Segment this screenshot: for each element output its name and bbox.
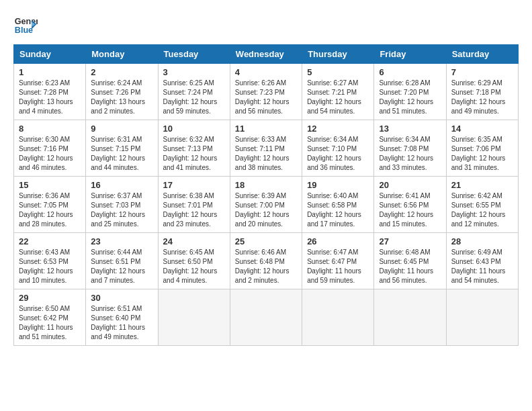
day-info: Sunrise: 6:32 AM Sunset: 7:13 PM Dayligh…: [163, 135, 225, 173]
calendar-day-cell: 11 Sunrise: 6:33 AM Sunset: 7:11 PM Dayl…: [230, 120, 302, 177]
sunrise: Sunrise: 6:43 AM: [19, 248, 70, 256]
daylight: Daylight: 12 hours and 23 minutes.: [163, 211, 218, 228]
sunrise: Sunrise: 6:31 AM: [91, 136, 142, 143]
daylight: Daylight: 11 hours and 49 minutes.: [91, 324, 145, 340]
day-number: 6: [379, 67, 441, 77]
daylight: Daylight: 12 hours and 31 minutes.: [451, 154, 506, 171]
sunset: Sunset: 7:08 PM: [379, 145, 429, 152]
sunset: Sunset: 7:21 PM: [307, 89, 357, 96]
calendar-day-cell: [158, 289, 230, 346]
day-number: 4: [235, 67, 297, 77]
sunset: Sunset: 7:01 PM: [163, 201, 213, 209]
sunrise: Sunrise: 6:30 AM: [19, 136, 70, 143]
day-info: Sunrise: 6:51 AM Sunset: 6:40 PM Dayligh…: [91, 304, 152, 342]
day-number: 21: [451, 180, 513, 190]
daylight: Daylight: 12 hours and 7 minutes.: [91, 267, 145, 284]
sunrise: Sunrise: 6:27 AM: [307, 79, 358, 87]
sunset: Sunset: 6:50 PM: [163, 258, 213, 265]
sunset: Sunset: 6:58 PM: [307, 201, 357, 209]
calendar-day-cell: 13 Sunrise: 6:34 AM Sunset: 7:08 PM Dayl…: [374, 120, 446, 177]
calendar-day-cell: 30 Sunrise: 6:51 AM Sunset: 6:40 PM Dayl…: [86, 289, 158, 346]
daylight: Daylight: 12 hours and 59 minutes.: [163, 98, 218, 115]
sunset: Sunset: 6:45 PM: [379, 258, 429, 265]
sunset: Sunset: 7:16 PM: [19, 145, 69, 152]
sunrise: Sunrise: 6:28 AM: [379, 79, 430, 87]
sunset: Sunset: 7:28 PM: [19, 89, 69, 96]
day-number: 20: [379, 180, 441, 190]
sunset: Sunset: 7:20 PM: [379, 89, 429, 96]
calendar-header-row: SundayMondayTuesdayWednesdayThursdayFrid…: [14, 45, 519, 64]
sunrise: Sunrise: 6:23 AM: [19, 79, 70, 87]
day-number: 28: [451, 236, 513, 246]
sunrise: Sunrise: 6:44 AM: [91, 248, 142, 256]
calendar-day-cell: 25 Sunrise: 6:46 AM Sunset: 6:48 PM Dayl…: [230, 233, 302, 289]
sunrise: Sunrise: 6:47 AM: [307, 248, 358, 256]
sunset: Sunset: 7:15 PM: [91, 145, 140, 152]
calendar-day-cell: 29 Sunrise: 6:50 AM Sunset: 6:42 PM Dayl…: [14, 289, 86, 346]
daylight: Daylight: 11 hours and 59 minutes.: [307, 267, 361, 284]
daylight: Daylight: 13 hours and 4 minutes.: [19, 98, 73, 115]
calendar-week-row: 15 Sunrise: 6:36 AM Sunset: 7:05 PM Dayl…: [14, 177, 519, 233]
sunrise: Sunrise: 6:40 AM: [307, 192, 358, 199]
weekday-header: Friday: [374, 45, 446, 64]
weekday-header: Thursday: [302, 45, 374, 64]
calendar-day-cell: 16 Sunrise: 6:37 AM Sunset: 7:03 PM Dayl…: [86, 177, 158, 233]
calendar-day-cell: [230, 289, 302, 346]
sunrise: Sunrise: 6:25 AM: [163, 79, 214, 87]
sunrise: Sunrise: 6:38 AM: [163, 192, 214, 199]
calendar-day-cell: 19 Sunrise: 6:40 AM Sunset: 6:58 PM Dayl…: [302, 177, 374, 233]
day-number: 9: [91, 124, 152, 134]
sunset: Sunset: 7:11 PM: [235, 145, 285, 152]
calendar-day-cell: 12 Sunrise: 6:34 AM Sunset: 7:10 PM Dayl…: [302, 120, 374, 177]
day-number: 15: [19, 180, 81, 190]
day-info: Sunrise: 6:25 AM Sunset: 7:24 PM Dayligh…: [163, 79, 225, 116]
day-info: Sunrise: 6:28 AM Sunset: 7:20 PM Dayligh…: [379, 79, 441, 116]
sunset: Sunset: 7:24 PM: [163, 89, 213, 96]
sunset: Sunset: 7:03 PM: [91, 201, 140, 209]
calendar-week-row: 29 Sunrise: 6:50 AM Sunset: 6:42 PM Dayl…: [14, 289, 519, 346]
day-info: Sunrise: 6:37 AM Sunset: 7:03 PM Dayligh…: [91, 191, 152, 229]
sunrise: Sunrise: 6:37 AM: [91, 192, 142, 199]
day-number: 14: [451, 124, 513, 134]
sunrise: Sunrise: 6:48 AM: [379, 248, 430, 256]
day-info: Sunrise: 6:45 AM Sunset: 6:50 PM Dayligh…: [163, 248, 225, 285]
sunrise: Sunrise: 6:35 AM: [451, 136, 502, 143]
calendar-day-cell: 24 Sunrise: 6:45 AM Sunset: 6:50 PM Dayl…: [158, 233, 230, 289]
weekday-header: Wednesday: [230, 45, 302, 64]
daylight: Daylight: 12 hours and 10 minutes.: [19, 267, 73, 284]
day-number: 12: [307, 124, 369, 134]
daylight: Daylight: 12 hours and 36 minutes.: [307, 154, 361, 171]
sunrise: Sunrise: 6:39 AM: [235, 192, 286, 199]
daylight: Daylight: 12 hours and 33 minutes.: [379, 154, 433, 171]
daylight: Daylight: 12 hours and 2 minutes.: [235, 267, 290, 284]
calendar-week-row: 8 Sunrise: 6:30 AM Sunset: 7:16 PM Dayli…: [14, 120, 519, 177]
calendar-day-cell: 10 Sunrise: 6:32 AM Sunset: 7:13 PM Dayl…: [158, 120, 230, 177]
daylight: Daylight: 12 hours and 15 minutes.: [379, 211, 433, 228]
calendar-week-row: 22 Sunrise: 6:43 AM Sunset: 6:53 PM Dayl…: [14, 233, 519, 289]
day-number: 24: [163, 236, 225, 246]
sunrise: Sunrise: 6:45 AM: [163, 248, 214, 256]
day-number: 17: [163, 180, 225, 190]
daylight: Daylight: 12 hours and 25 minutes.: [91, 211, 145, 228]
calendar-day-cell: [302, 289, 374, 346]
sunset: Sunset: 7:00 PM: [235, 201, 285, 209]
day-number: 5: [307, 67, 369, 77]
daylight: Daylight: 12 hours and 54 minutes.: [307, 98, 361, 115]
sunrise: Sunrise: 6:36 AM: [19, 192, 70, 199]
day-number: 13: [379, 124, 441, 134]
sunset: Sunset: 7:13 PM: [163, 145, 213, 152]
calendar-day-cell: 3 Sunrise: 6:25 AM Sunset: 7:24 PM Dayli…: [158, 64, 230, 120]
calendar-day-cell: 6 Sunrise: 6:28 AM Sunset: 7:20 PM Dayli…: [374, 64, 446, 120]
sunrise: Sunrise: 6:24 AM: [91, 79, 142, 87]
calendar-day-cell: 7 Sunrise: 6:29 AM Sunset: 7:18 PM Dayli…: [446, 64, 518, 120]
weekday-header: Tuesday: [158, 45, 230, 64]
sunrise: Sunrise: 6:34 AM: [379, 136, 430, 143]
day-number: 22: [19, 236, 81, 246]
calendar-day-cell: 20 Sunrise: 6:41 AM Sunset: 6:56 PM Dayl…: [374, 177, 446, 233]
calendar-day-cell: 4 Sunrise: 6:26 AM Sunset: 7:23 PM Dayli…: [230, 64, 302, 120]
sunrise: Sunrise: 6:51 AM: [91, 305, 142, 312]
weekday-header: Saturday: [446, 45, 518, 64]
sunrise: Sunrise: 6:33 AM: [235, 136, 286, 143]
daylight: Daylight: 12 hours and 49 minutes.: [451, 98, 506, 115]
daylight: Daylight: 12 hours and 17 minutes.: [307, 211, 361, 228]
